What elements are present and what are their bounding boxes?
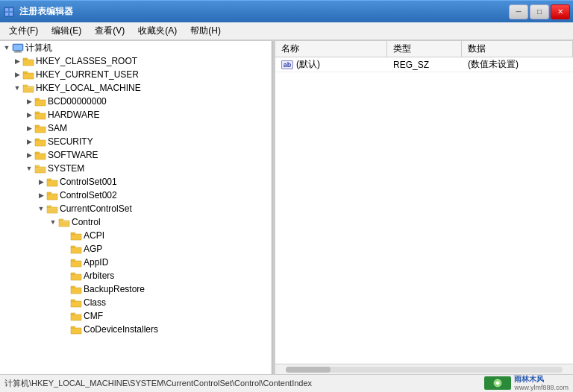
tree-node-ccs[interactable]: ▼ CurrentControlSet <box>0 202 272 215</box>
node-label-cs001: ControlSet001 <box>60 177 117 187</box>
node-label-hkcr: HKEY_CLASSES_ROOT <box>36 56 137 66</box>
menu-view[interactable]: 查看(V) <box>89 23 131 39</box>
svg-rect-8 <box>14 51 22 53</box>
tree-node-codeviceinstallers[interactable]: ▶ CoDeviceInstallers <box>0 323 272 336</box>
folder-icon-control <box>58 217 70 227</box>
col-header-type: 类型 <box>387 41 462 57</box>
folder-icon-bcd <box>34 96 46 107</box>
expand-icon-hardware: ▶ <box>24 110 34 120</box>
tree-node-backuprestore[interactable]: ▶ BackupRestore <box>0 282 272 296</box>
svg-rect-2 <box>10 8 13 11</box>
expand-icon-hkcu: ▶ <box>12 69 22 80</box>
node-label-system: SYSTEM <box>48 163 84 174</box>
node-label-bcd: BCD00000000 <box>48 96 107 107</box>
expand-icon-computer: ▼ <box>1 42 12 53</box>
col-header-data: 数据 <box>462 41 573 57</box>
folder-icon-class <box>70 297 82 308</box>
reg-type-cell: REG_SZ <box>387 60 462 70</box>
right-body: ab (默认) REG_SZ (数值未设置) <box>275 57 573 364</box>
menu-edit[interactable]: 编辑(E) <box>46 23 87 39</box>
expand-icon-hkcr: ▶ <box>12 56 22 66</box>
tree-node-system[interactable]: ▼ SYSTEM <box>0 162 272 175</box>
expand-icon-security: ▶ <box>24 136 34 147</box>
tree-node-control[interactable]: ▼ Control <box>0 215 272 229</box>
watermark: 雨林木风 www.ylmf888.com <box>484 375 569 392</box>
right-panel: 名称 类型 数据 ab (默认) REG_SZ (数值未设置) <box>275 41 573 374</box>
tree-node-acpi[interactable]: ▶ ACPI <box>0 229 272 242</box>
folder-icon-cmf <box>70 311 82 321</box>
status-bar: 计算机\HKEY_LOCAL_MACHINE\SYSTEM\CurrentCon… <box>0 374 573 392</box>
close-button[interactable]: ✕ <box>551 4 570 19</box>
ab-icon: ab <box>281 60 293 69</box>
title-bar: 注册表编辑器 ─ □ ✕ <box>0 0 573 22</box>
col-header-name: 名称 <box>275 41 387 57</box>
expand-icon-software: ▶ <box>24 150 34 160</box>
tree-node-hardware[interactable]: ▶ HARDWARE <box>0 108 272 121</box>
tree-node-arbiters[interactable]: ▶ Arbiters <box>0 269 272 282</box>
tree-node-software[interactable]: ▶ SOFTWARE <box>0 148 272 162</box>
watermark-logo <box>484 376 511 390</box>
folder-icon-sam <box>34 123 46 133</box>
tree-node-class[interactable]: ▶ Class <box>0 296 272 309</box>
expand-icon-ccs: ▼ <box>36 203 46 214</box>
folder-icon-hkcu <box>22 69 34 80</box>
expand-icon-cs001: ▶ <box>36 177 46 187</box>
node-label-acpi: ACPI <box>84 230 104 241</box>
expand-icon-bcd: ▶ <box>24 96 34 107</box>
tree-node-sam[interactable]: ▶ SAM <box>0 121 272 135</box>
minimize-button[interactable]: ─ <box>509 4 528 19</box>
title-bar-left: 注册表编辑器 <box>3 5 73 18</box>
folder-icon-cs001 <box>46 177 58 187</box>
svg-rect-3 <box>5 13 8 16</box>
status-path: 计算机\HKEY_LOCAL_MACHINE\SYSTEM\CurrentCon… <box>4 378 312 389</box>
folder-icon-acpi <box>70 230 82 241</box>
folder-icon-codeviceinstallers <box>70 324 82 335</box>
folder-icon-backuprestore <box>70 284 82 294</box>
node-label-appid: AppID <box>84 257 108 268</box>
registry-row[interactable]: ab (默认) REG_SZ (数值未设置) <box>275 57 573 72</box>
reg-name-value: (默认) <box>296 58 320 71</box>
folder-icon-security <box>34 136 46 147</box>
tree-node-hklm[interactable]: ▼ HKEY_LOCAL_MACHINE <box>0 81 272 95</box>
horizontal-scrollbar[interactable] <box>275 364 573 374</box>
svg-rect-6 <box>13 45 22 50</box>
node-label-computer: 计算机 <box>25 42 52 54</box>
tree-node-cs002[interactable]: ▶ ControlSet002 <box>0 189 272 202</box>
node-label-arbiters: Arbiters <box>84 271 114 281</box>
menu-bar: 文件(F) 编辑(E) 查看(V) 收藏夹(A) 帮助(H) <box>0 22 573 40</box>
tree-panel[interactable]: ▼ 计算机 ▶ HKEY_CLASSES_ROOT <box>0 41 272 374</box>
svg-rect-1 <box>5 8 8 11</box>
menu-favorites[interactable]: 收藏夹(A) <box>132 23 183 39</box>
expand-icon-sam: ▶ <box>24 123 34 133</box>
restore-button[interactable]: □ <box>530 4 549 19</box>
node-label-agp: AGP <box>84 244 102 254</box>
scroll-track <box>286 367 563 373</box>
scroll-thumb <box>286 367 331 373</box>
tree-node-bcd[interactable]: ▶ BCD00000000 <box>0 95 272 108</box>
watermark-website: www.ylmf888.com <box>514 384 569 392</box>
expand-icon-system: ▼ <box>24 163 34 174</box>
tree-node-cs001[interactable]: ▶ ControlSet001 <box>0 175 272 189</box>
node-label-control: Control <box>72 217 101 227</box>
menu-file[interactable]: 文件(F) <box>3 23 44 39</box>
main-content: ▼ 计算机 ▶ HKEY_CLASSES_ROOT <box>0 40 573 374</box>
watermark-text-block: 雨林木风 www.ylmf888.com <box>514 375 569 392</box>
tree-node-hkcr[interactable]: ▶ HKEY_CLASSES_ROOT <box>0 54 272 68</box>
tree-node-computer[interactable]: ▼ 计算机 <box>0 41 272 54</box>
watermark-brand: 雨林木风 <box>514 375 569 384</box>
tree-node-security[interactable]: ▶ SECURITY <box>0 135 272 148</box>
title-buttons: ─ □ ✕ <box>509 4 570 19</box>
tree-node-appid[interactable]: ▶ AppID <box>0 256 272 269</box>
tree-node-agp[interactable]: ▶ AGP <box>0 242 272 256</box>
tree-node-cmf[interactable]: ▶ CMF <box>0 309 272 323</box>
folder-icon-cs002 <box>46 190 58 200</box>
folder-icon-arbiters <box>70 271 82 281</box>
node-label-codeviceinstallers: CoDeviceInstallers <box>84 324 158 335</box>
tree-node-hkcu[interactable]: ▶ HKEY_CURRENT_USER <box>0 68 272 81</box>
folder-icon-ccs <box>46 203 58 214</box>
menu-help[interactable]: 帮助(H) <box>184 23 227 39</box>
node-label-class: Class <box>84 297 106 308</box>
folder-icon-system <box>34 163 46 174</box>
node-label-security: SECURITY <box>48 136 93 147</box>
node-label-cmf: CMF <box>84 311 103 321</box>
